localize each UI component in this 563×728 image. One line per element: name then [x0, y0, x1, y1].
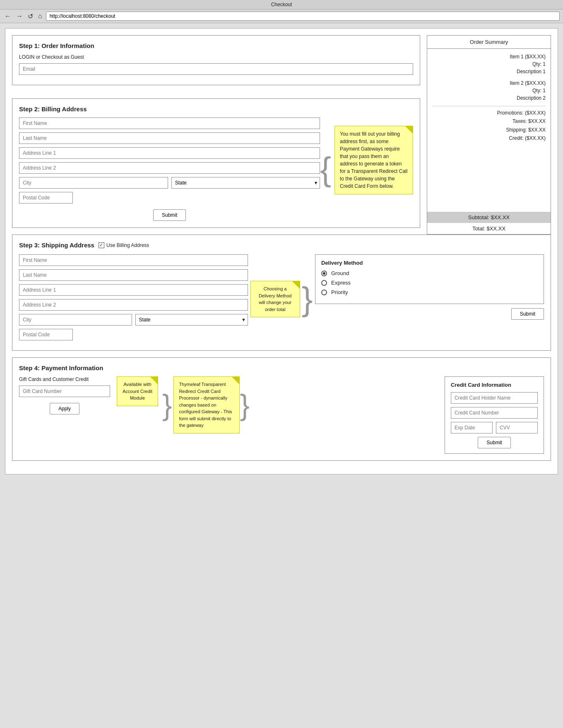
nav-forward-button[interactable]: → — [15, 12, 24, 20]
page-container: Step 1: Order Information LOGIN or Check… — [5, 28, 558, 474]
cc-title: Credit Card Information — [451, 382, 538, 388]
delivery-ground-label: Ground — [331, 270, 349, 276]
step2-title: Step 2: Billing Address — [19, 105, 413, 113]
order-item2-name: Item 2 ($XX.XX) — [432, 79, 546, 87]
use-billing-text: Use Billing Address — [106, 242, 149, 248]
email-field[interactable] — [19, 63, 413, 75]
order-item-1: Item 1 ($XX.XX) Qty: 1 Description 1 — [432, 53, 546, 75]
step1-login-text: LOGIN or Checkout as Guest — [19, 54, 413, 60]
shipping-tooltip-text: Choosing a Delivery Method will change y… — [259, 286, 291, 312]
use-billing-label[interactable]: ✓ Use Billing Address — [99, 242, 149, 248]
billing-address2[interactable] — [19, 162, 320, 174]
billing-state-wrapper: State ▼ — [171, 177, 320, 189]
cc-exp-date[interactable] — [451, 422, 493, 433]
delivery-express-label: Express — [331, 280, 351, 286]
shipping-first-name[interactable] — [19, 254, 248, 266]
order-totals: Promotions: ($XX.XX) Taxes: $XX.XX Shipp… — [432, 106, 546, 143]
order-item1-name: Item 1 ($XX.XX) — [432, 53, 546, 60]
billing-first-name[interactable] — [19, 117, 320, 129]
shipping-address2[interactable] — [19, 299, 248, 311]
shipping-city[interactable] — [19, 314, 132, 326]
step1-title: Step 1: Order Information — [19, 42, 413, 49]
step3-title: Step 3: Shipping Address — [19, 242, 94, 249]
order-item2-qty: Qty: 1 — [432, 87, 546, 94]
delivery-card: Delivery Method Ground Express Priority — [315, 254, 544, 304]
cc-card: Credit Card Information Submit — [445, 376, 544, 454]
cc-number[interactable] — [451, 407, 538, 419]
step1-card: Step 1: Order Information LOGIN or Check… — [12, 35, 420, 85]
step2-card: Step 2: Billing Address State — [12, 98, 420, 228]
gift-cards-label: Gift Cards and Customer Credit — [19, 376, 110, 382]
delivery-priority-label: Priority — [331, 289, 348, 295]
address-bar[interactable] — [46, 12, 560, 21]
billing-state-select[interactable]: State — [175, 180, 317, 186]
order-summary-header: Order Summary — [427, 36, 551, 49]
shipping-line: Shipping: $XX.XX — [432, 126, 546, 134]
step4-title: Step 4: Payment Information — [19, 364, 544, 371]
order-item2-desc: Description 2 — [432, 94, 546, 102]
processor-note-text: Thymeleaf Transparent Redirect Credit Ca… — [179, 382, 232, 428]
step4-bracket-left: } — [162, 390, 172, 419]
step2-submit-button[interactable]: Submit — [153, 209, 186, 221]
radio-express[interactable] — [321, 280, 327, 286]
order-summary-card: Order Summary Item 1 ($XX.XX) Qty: 1 Des… — [427, 35, 551, 235]
shipping-state-select[interactable]: State — [139, 317, 245, 323]
taxes-line: Taxes: $XX.XX — [432, 117, 546, 125]
radio-ground[interactable] — [321, 271, 327, 276]
order-summary-body: Item 1 ($XX.XX) Qty: 1 Description 1 Ite… — [427, 49, 551, 212]
total-row: Total: $XX.XX — [427, 223, 551, 234]
credit-line: Credit: ($XX.XX) — [432, 134, 546, 142]
billing-tooltip-text: You must fill out your billing address f… — [340, 131, 407, 189]
shipping-tooltip: Choosing a Delivery Method will change y… — [250, 281, 300, 317]
account-credit-note: Available with Account Credit Module — [117, 376, 158, 406]
apply-button[interactable]: Apply — [50, 403, 79, 414]
cc-submit-button[interactable]: Submit — [478, 437, 510, 448]
order-item-2: Item 2 ($XX.XX) Qty: 1 Description 2 — [432, 79, 546, 102]
subtotal-row: Subtotal: $XX.XX — [427, 212, 551, 223]
shipping-state-wrapper: State ▼ — [135, 314, 248, 326]
billing-address1[interactable] — [19, 147, 320, 159]
order-item1-qty: Qty: 1 — [432, 60, 546, 68]
step3-card: Step 3: Shipping Address ✓ Use Billing A… — [12, 235, 551, 351]
browser-title-bar: Checkout — [0, 0, 563, 10]
billing-bracket: { — [320, 117, 333, 221]
nav-back-button[interactable]: ← — [3, 12, 12, 20]
gift-card-field[interactable] — [19, 386, 110, 397]
browser-title: Checkout — [271, 2, 292, 7]
nav-refresh-button[interactable]: ↺ — [26, 12, 34, 20]
delivery-title: Delivery Method — [321, 260, 538, 266]
nav-home-button[interactable]: ⌂ — [37, 12, 43, 20]
shipping-address1[interactable] — [19, 284, 248, 296]
radio-priority[interactable] — [321, 290, 327, 295]
cc-holder-name[interactable] — [451, 392, 538, 404]
shipping-postal[interactable] — [19, 329, 73, 340]
browser-nav: ← → ↺ ⌂ — [0, 10, 563, 23]
processor-note: Thymeleaf Transparent Redirect Credit Ca… — [173, 376, 240, 433]
shipping-last-name[interactable] — [19, 269, 248, 281]
delivery-option-priority[interactable]: Priority — [321, 289, 538, 295]
billing-city[interactable] — [19, 177, 168, 189]
delivery-option-ground[interactable]: Ground — [321, 270, 538, 276]
shipping-bracket-right: } — [300, 283, 313, 316]
use-billing-checkbox[interactable]: ✓ — [99, 242, 104, 248]
billing-last-name[interactable] — [19, 132, 320, 144]
account-credit-text: Available with Account Credit Module — [123, 382, 152, 400]
step4-bracket-right: } — [240, 390, 249, 419]
cc-cvv[interactable] — [496, 422, 538, 433]
step3-submit-button[interactable]: Submit — [511, 308, 544, 320]
promotions-line: Promotions: ($XX.XX) — [432, 109, 546, 117]
billing-tooltip: You must fill out your billing address f… — [334, 126, 413, 194]
billing-postal[interactable] — [19, 192, 73, 204]
order-item1-desc: Description 1 — [432, 68, 546, 75]
delivery-option-express[interactable]: Express — [321, 280, 538, 286]
step4-card: Step 4: Payment Information Gift Cards a… — [12, 357, 551, 461]
